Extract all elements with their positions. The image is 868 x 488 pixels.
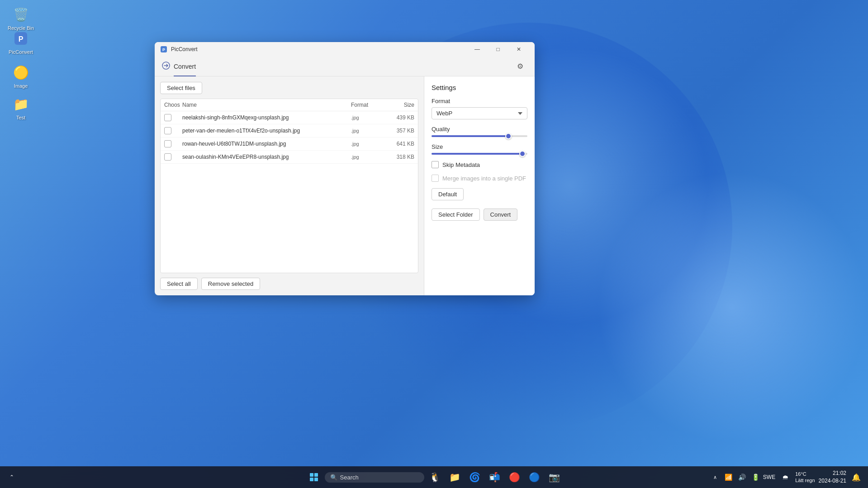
svg-text:P: P	[19, 35, 24, 43]
close-button[interactable]: ✕	[508, 42, 529, 57]
taskbar-center: 🔍 Search 🐧 📁 🌀 📬 🔴 🔵 📷	[305, 468, 564, 486]
settings-panel: Settings Format WebPJPEGPNGBMPTIFF Quali…	[424, 76, 535, 295]
select-folder-button[interactable]: Select Folder	[432, 208, 480, 221]
tray-volume-icon[interactable]: 🔊	[736, 471, 749, 483]
table-row: neelakshi-singh-8nfnGXMqexg-unsplash.jpg…	[161, 111, 418, 124]
file-name-2: rowan-heuvel-U6t80TWJ1DM-unsplash.jpg	[182, 141, 351, 147]
system-tray: ∧ 📶 🔊 🔋 SWE	[709, 471, 775, 483]
svg-rect-5	[310, 473, 313, 477]
clock[interactable]: 21:02 2024-08-21	[819, 469, 846, 485]
table-row: peter-van-der-meulen-o1TfX4vEf2o-unsplas…	[161, 124, 418, 137]
temperature: 16°C	[795, 471, 815, 477]
taskbar-folder-icon[interactable]: 📁	[446, 468, 464, 486]
select-all-button[interactable]: Select all	[160, 278, 198, 290]
taskbar-chrome-icon[interactable]: 🔴	[506, 468, 524, 486]
app-icon: P	[160, 46, 167, 53]
minimize-button[interactable]: —	[467, 42, 488, 57]
default-button[interactable]: Default	[432, 188, 464, 200]
weather-condition: Lätt regn	[795, 477, 815, 483]
table-row: sean-oulashin-KMn4VEeEPR8-unsplash.jpg .…	[161, 151, 418, 164]
file-size-0: 439 KB	[383, 114, 414, 121]
tray-battery-icon[interactable]: 🔋	[749, 471, 762, 483]
desktop-icon-picconvert[interactable]: P PicConvert	[5, 29, 37, 55]
weather-icon[interactable]: 🌧	[779, 471, 792, 483]
test-label: Test	[16, 115, 25, 121]
taskbar-search[interactable]: 🔍 Search	[325, 472, 424, 483]
convert-button[interactable]: Convert	[484, 208, 518, 221]
taskbar: ⌃ 🔍 Search 🐧 📁 🌀	[0, 466, 868, 488]
header-size: Size	[383, 102, 414, 108]
file-checkbox-0[interactable]	[164, 114, 171, 121]
file-list-body: neelakshi-singh-8nfnGXMqexg-unsplash.jpg…	[161, 111, 418, 273]
maximize-button[interactable]: □	[488, 42, 508, 57]
search-placeholder: Search	[340, 474, 359, 481]
size-slider-track	[432, 153, 527, 155]
tray-chevron[interactable]: ∧	[709, 471, 721, 483]
merge-images-checkbox[interactable]	[432, 175, 439, 182]
file-checkbox-3[interactable]	[164, 153, 171, 161]
table-row: rowan-heuvel-U6t80TWJ1DM-unsplash.jpg .j…	[161, 137, 418, 151]
clock-date: 2024-08-21	[819, 477, 846, 485]
quality-label: Quality	[432, 126, 527, 133]
window-title: PicConvert	[171, 46, 463, 52]
picconvert-label: PicConvert	[9, 49, 33, 55]
skip-metadata-row: Skip Metadata	[432, 161, 527, 168]
format-select[interactable]: WebPJPEGPNGBMPTIFF	[432, 107, 527, 119]
file-checkbox-1[interactable]	[164, 127, 171, 134]
main-content: Select files Choos Name Format Size neel…	[155, 76, 535, 295]
file-ext-2: .jpg	[351, 141, 383, 147]
convert-actions: Select Folder Convert	[432, 208, 527, 221]
file-ext-0: .jpg	[351, 115, 383, 120]
picconvert-icon: P	[12, 29, 30, 47]
file-size-3: 318 KB	[383, 154, 414, 160]
image-label: Image	[14, 83, 28, 89]
desktop-icon-image[interactable]: 🟡 Image	[5, 63, 37, 89]
app-window: P PicConvert — □ ✕ Convert ⚙	[155, 42, 535, 295]
svg-rect-6	[314, 473, 318, 477]
taskbar-mail-icon[interactable]: 📬	[486, 468, 504, 486]
taskbar-edge-icon[interactable]: 🌀	[466, 468, 484, 486]
desktop-decoration-2	[597, 171, 868, 443]
file-ext-3: .jpg	[351, 154, 383, 160]
file-name-1: peter-van-der-meulen-o1TfX4vEf2o-unsplas…	[182, 128, 351, 134]
test-icon: 📁	[12, 95, 30, 113]
format-section: Format WebPJPEGPNGBMPTIFF	[432, 98, 527, 119]
tray-network-icon[interactable]: 📶	[722, 471, 735, 483]
file-bottom-actions: Select all Remove selected	[160, 273, 418, 290]
size-label: Size	[432, 143, 527, 150]
taskbar-right: ∧ 📶 🔊 🔋 SWE 🌧 16°C Lätt regn 21:02 2024-…	[709, 469, 863, 485]
file-list-container: Choos Name Format Size neelakshi-singh-8…	[160, 99, 418, 273]
title-bar: P PicConvert — □ ✕	[155, 42, 535, 57]
notification-icon[interactable]: 🔔	[850, 471, 863, 483]
svg-rect-8	[314, 478, 318, 481]
desktop-icon-test[interactable]: 📁 Test	[5, 95, 37, 121]
window-controls: — □ ✕	[467, 42, 529, 57]
remove-selected-button[interactable]: Remove selected	[201, 278, 260, 290]
svg-text:P: P	[162, 47, 165, 52]
image-icon: 🟡	[12, 63, 30, 81]
quality-slider-track	[432, 135, 527, 137]
taskbar-app-icon[interactable]: 🔵	[526, 468, 544, 486]
file-size-1: 357 KB	[383, 128, 414, 134]
file-list-header: Choos Name Format Size	[161, 99, 418, 111]
nav-convert-icon	[162, 62, 170, 71]
taskbar-browser-icon[interactable]: 🐧	[426, 468, 444, 486]
select-files-button[interactable]: Select files	[160, 82, 202, 94]
taskbar-chevron-icon[interactable]: ⌃	[5, 471, 18, 483]
nav-title: Convert	[174, 63, 196, 70]
taskbar-camera-icon[interactable]: 📷	[545, 468, 564, 486]
recycle-bin-icon: 🗑️	[12, 5, 30, 24]
merge-images-label: Merge images into a single PDF	[442, 175, 526, 182]
merge-images-row: Merge images into a single PDF	[432, 175, 527, 182]
desktop-icon-recycle-bin[interactable]: 🗑️ Recycle Bin	[5, 5, 37, 31]
clock-time: 21:02	[819, 469, 846, 477]
settings-gear-button[interactable]: ⚙	[513, 59, 527, 74]
file-name-3: sean-oulashin-KMn4VEeEPR8-unsplash.jpg	[182, 154, 351, 160]
search-icon: 🔍	[330, 474, 337, 481]
header-name: Name	[182, 102, 351, 108]
start-button[interactable]	[305, 468, 323, 486]
skip-metadata-checkbox[interactable]	[432, 161, 439, 168]
file-checkbox-2[interactable]	[164, 140, 171, 147]
file-size-2: 641 KB	[383, 141, 414, 147]
header-choose: Choos	[164, 102, 182, 108]
